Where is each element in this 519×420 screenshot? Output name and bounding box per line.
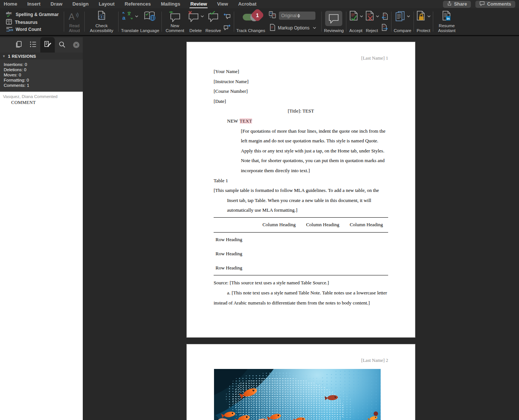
protect-icon bbox=[416, 11, 431, 22]
outline-list-icon bbox=[29, 41, 37, 49]
share-label: Share bbox=[454, 1, 467, 7]
ribbon-divider bbox=[234, 12, 234, 32]
translate-button[interactable]: a Translate bbox=[120, 8, 139, 35]
table-label[interactable]: Table 1 bbox=[214, 176, 388, 186]
document-page-1[interactable]: [Last Name] 1 [Your Name] [Instructor Na… bbox=[187, 42, 415, 337]
resolve-comment-button[interactable]: Resolve bbox=[205, 8, 222, 35]
table-cell[interactable] bbox=[257, 247, 301, 261]
table-cell[interactable] bbox=[301, 261, 345, 275]
tab-insert[interactable]: Insert bbox=[27, 0, 40, 8]
tab-review[interactable]: Review bbox=[190, 0, 207, 8]
page1-content[interactable]: [Your Name] [Instructor Name] [Course Nu… bbox=[214, 67, 388, 308]
table-corner-cell[interactable] bbox=[214, 217, 257, 232]
track-changes-toggle[interactable]: 1 Track Changes bbox=[236, 8, 266, 35]
display-for-review-select[interactable]: Original bbox=[279, 12, 315, 20]
page-header[interactable]: [Last Name] 2 bbox=[361, 358, 388, 363]
ribbon-divider bbox=[161, 12, 162, 32]
table-cell[interactable] bbox=[301, 232, 345, 247]
table-cell[interactable] bbox=[345, 261, 388, 275]
review-ribbon: abc Spelling & Grammar Thesaurus 123 Wor… bbox=[0, 8, 519, 36]
new-comment-label: New Comment bbox=[164, 23, 186, 33]
new-text-line[interactable]: NEWTEXT bbox=[214, 116, 388, 126]
row-heading-cell[interactable]: Row Heading bbox=[214, 247, 257, 261]
instructor-name-line[interactable]: [Instructor Name] bbox=[214, 77, 388, 87]
tab-draw[interactable]: Draw bbox=[51, 0, 63, 8]
ribbon-divider bbox=[64, 12, 64, 32]
next-change-button[interactable] bbox=[381, 23, 389, 31]
resolve-comment-label: Resolve bbox=[205, 28, 221, 33]
compare-label: Compare bbox=[394, 28, 411, 33]
column-heading-cell[interactable]: Column Heading bbox=[257, 217, 301, 232]
page-header[interactable]: [Last Name] 1 bbox=[361, 56, 388, 61]
spelling-grammar-label: Spelling & Grammar bbox=[16, 12, 59, 17]
mla-table[interactable]: Column Heading Column Heading Column Hea… bbox=[214, 217, 388, 276]
delete-comment-icon bbox=[187, 11, 204, 22]
comments-button[interactable]: Comments bbox=[475, 1, 515, 8]
table-cell[interactable] bbox=[257, 232, 301, 247]
previous-comment-button[interactable] bbox=[223, 13, 232, 19]
thesaurus-button[interactable]: Thesaurus bbox=[5, 19, 38, 26]
course-number-line[interactable]: [Course Number] bbox=[214, 86, 388, 97]
new-comment-button[interactable]: New Comment bbox=[163, 8, 186, 35]
commented-text-highlight[interactable]: TEXT bbox=[240, 118, 252, 124]
tab-references[interactable]: References bbox=[125, 0, 151, 8]
markup-options-button[interactable]: Markup Options bbox=[269, 23, 317, 32]
review-pane: ✕ ▼ 1 REVISIONS Insertions: 0 Deletions:… bbox=[0, 37, 83, 420]
protect-label: Protect bbox=[417, 28, 430, 33]
accept-button[interactable]: Accept bbox=[348, 8, 364, 35]
svg-text:123: 123 bbox=[9, 28, 13, 32]
document-page-2[interactable]: [Last Name] 2 bbox=[187, 344, 415, 420]
display-for-review-icon bbox=[269, 11, 276, 20]
title-line[interactable]: [Title]: TEST bbox=[214, 106, 388, 116]
protect-button[interactable]: Protect bbox=[415, 8, 431, 35]
table-header-row: Column Heading Column Heading Column Hea… bbox=[214, 217, 388, 232]
close-pane-button[interactable]: ✕ bbox=[73, 42, 79, 48]
pane-tab-headings[interactable] bbox=[26, 37, 40, 53]
column-heading-cell[interactable]: Column Heading bbox=[345, 217, 388, 232]
document-image[interactable] bbox=[214, 369, 381, 420]
language-button[interactable]: Language bbox=[139, 8, 160, 35]
your-name-line[interactable]: [Your Name] bbox=[214, 67, 388, 77]
table-caption[interactable]: [This sample table is formatted to follo… bbox=[214, 186, 387, 215]
block-quote[interactable]: [For quotations of more than four lines,… bbox=[241, 126, 389, 176]
tab-layout[interactable]: Layout bbox=[99, 0, 115, 8]
resume-assistant-button[interactable]: in Resume Assistant bbox=[435, 8, 459, 35]
table-cell[interactable] bbox=[345, 232, 388, 247]
table-cell[interactable] bbox=[345, 247, 388, 261]
table-cell[interactable] bbox=[301, 247, 345, 261]
pane-tab-search[interactable] bbox=[55, 37, 69, 53]
table-note-line[interactable]: a. [This note text uses a style named Ta… bbox=[214, 288, 388, 308]
row-heading-cell[interactable]: Row Heading bbox=[214, 261, 257, 275]
comments-label: Comments bbox=[487, 1, 511, 7]
column-heading-cell[interactable]: Column Heading bbox=[301, 217, 345, 232]
reviewing-button[interactable]: Reviewing bbox=[323, 8, 345, 35]
resolve-comment-icon bbox=[207, 11, 220, 23]
tab-design[interactable]: Design bbox=[72, 0, 88, 8]
revisions-header[interactable]: ▼ 1 REVISIONS bbox=[0, 53, 83, 60]
table-cell[interactable] bbox=[257, 261, 301, 275]
comment-list-item[interactable]: Vasquez, Diana Commented COMMENT bbox=[0, 92, 83, 108]
markup-options-icon bbox=[270, 24, 275, 32]
word-count-button[interactable]: 123 Word Count bbox=[5, 26, 42, 33]
close-icon: ✕ bbox=[75, 43, 78, 47]
check-accessibility-button[interactable]: Check Accessibility bbox=[86, 8, 117, 35]
next-comment-button[interactable] bbox=[223, 24, 232, 31]
pane-tab-bar: ✕ bbox=[0, 37, 83, 53]
tab-view[interactable]: View bbox=[217, 0, 228, 8]
row-heading-cell[interactable]: Row Heading bbox=[214, 232, 257, 247]
tab-acrobat[interactable]: Acrobat bbox=[238, 0, 257, 8]
compare-button[interactable]: Compare bbox=[393, 8, 412, 35]
reject-button[interactable]: Reject bbox=[364, 8, 380, 35]
pane-tab-thumbnails[interactable] bbox=[11, 37, 26, 53]
delete-comment-button[interactable]: Delete bbox=[186, 8, 205, 35]
tab-home[interactable]: Home bbox=[4, 0, 17, 8]
date-line[interactable]: [Date] bbox=[214, 97, 388, 107]
spelling-grammar-button[interactable]: abc Spelling & Grammar bbox=[5, 11, 59, 19]
previous-change-button[interactable] bbox=[381, 12, 389, 20]
read-aloud-button[interactable]: A Read Aloud bbox=[66, 8, 83, 35]
tab-mailings[interactable]: Mailings bbox=[161, 0, 180, 8]
pane-tab-revisions[interactable] bbox=[40, 37, 55, 53]
share-button[interactable]: Share bbox=[443, 1, 471, 8]
stat-moves: Moves: 0 bbox=[4, 72, 79, 78]
table-source-line[interactable]: Source: [This source text uses a style n… bbox=[214, 278, 388, 288]
